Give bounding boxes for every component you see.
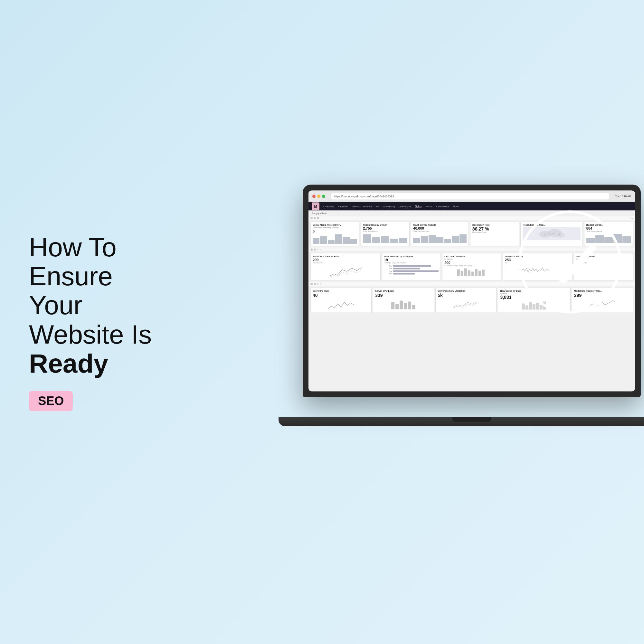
card-resolutions: Resolutions by Owner 2,755 Total Resolut… (361, 222, 410, 246)
ctrl-info: ⚙ ✕ (630, 217, 633, 219)
checkmark-overlay (518, 211, 621, 314)
browser-bar: https://modocorp.domo.com/page/104943839… (308, 191, 635, 202)
ctrl-close: ✕ (320, 248, 322, 251)
sio-svg (313, 299, 369, 310)
card-time-tracking: Time Tracking by Assignee 19 Average Day… (382, 253, 441, 281)
nav-alerts[interactable]: Alerts (352, 205, 359, 208)
cpu-chart (444, 268, 499, 278)
card-csat-title: CSAT Survey Results (413, 224, 467, 226)
left-section: How To Ensure Your Website Is Ready SEO (29, 233, 164, 411)
laptop-base (279, 417, 644, 426)
nav-marketing[interactable]: Marketing (384, 205, 395, 208)
sio-title: Server I/O Rate (313, 290, 369, 292)
smem-value: 5k (438, 293, 494, 298)
rbar-3 (381, 236, 389, 243)
laptop-outer: https://modocorp.domo.com/page/104943839… (303, 185, 641, 426)
svg-rect-23 (529, 302, 532, 310)
tt-hbars: Alex Sam Joe (384, 265, 439, 275)
svg-rect-11 (471, 272, 474, 276)
social-mini-bars (313, 234, 357, 244)
browser-url[interactable]: https://modocorp.domo.com/page/104943839… (331, 193, 609, 200)
nav-finance[interactable]: Finance (363, 205, 372, 208)
smem-title: Server Memory Utilization (438, 290, 494, 292)
hbar-lbl-1: Alex (384, 265, 392, 267)
browser-dots (312, 194, 325, 198)
svg-rect-16 (395, 304, 399, 309)
headline: How To Ensure Your Website Is Ready (29, 233, 164, 378)
dot-yellow[interactable] (317, 194, 320, 198)
bar-4 (335, 234, 342, 244)
nav-favorites[interactable]: Favorites (338, 205, 348, 208)
nav-operations[interactable]: Operations (399, 205, 411, 208)
nav-social[interactable]: Social (425, 205, 432, 208)
svg-rect-21 (522, 304, 525, 310)
ctrl-dot-b2 (314, 283, 316, 285)
sio-value: 40 (313, 293, 369, 298)
hbar-lbl-2: Sam (384, 268, 392, 270)
hbar-fill-4 (393, 273, 415, 274)
card-res-value: 2,755 (363, 227, 407, 230)
transfer-svg (313, 265, 378, 279)
nav-sales[interactable]: Sales (415, 205, 421, 208)
headline-line2: Your Website Is (29, 290, 152, 349)
svg-rect-15 (391, 302, 394, 309)
dot-green[interactable] (322, 194, 325, 198)
browser-time: Tue 10:18 AM (615, 195, 631, 198)
ctrl-gear: ⚙ (317, 248, 319, 251)
hbar-row-2: Sam (384, 268, 439, 270)
card-csat: CSAT Survey Results 40,000 Total Respond… (411, 222, 469, 246)
ctrl-dot-m1 (310, 248, 313, 251)
card-cpu-load: CPU Load Variance by Month 200 Current A… (442, 253, 501, 281)
nav-hr[interactable]: HR (376, 205, 380, 208)
card-social-media: Social Media Project by F... Time with o… (310, 222, 359, 246)
bar-6 (350, 239, 357, 244)
card-social-subtitle: Time with outstanding funding (313, 227, 357, 229)
card-rrate-meta: Resolution Rate (472, 231, 517, 233)
cb-7 (459, 234, 467, 243)
card-social-value: 6 (313, 230, 357, 233)
mct-meta: Total routes (313, 262, 378, 264)
rbar-2 (372, 237, 380, 243)
res-mini-bars (363, 233, 407, 243)
cb-1 (413, 238, 420, 243)
ctrl-dot-b1 (310, 283, 313, 285)
tt-value: 19 (384, 258, 439, 262)
svg-rect-17 (400, 301, 403, 309)
bar-2 (320, 236, 327, 244)
cb-2 (421, 236, 428, 243)
cpu-title: CPU Load Variance (444, 255, 499, 258)
dashboard-nav: M Overview Favorites Alerts Finance HR M… (308, 202, 635, 211)
hbar-lbl-4: Kim (384, 273, 392, 275)
cb-6 (452, 236, 459, 243)
sio-chart (313, 299, 369, 310)
card-social-title: Social Media Project by F... (313, 224, 357, 226)
seo-badge: SEO (29, 391, 73, 411)
cpu-meta: Current Average Wait Time (ms) (444, 265, 499, 267)
bar-5 (343, 237, 349, 244)
cb-4 (436, 237, 443, 243)
cpu-svg (444, 268, 499, 278)
hbar-lbl-3: Joe (384, 270, 392, 272)
nav-more[interactable]: More (453, 205, 459, 208)
laptop-section: https://modocorp.domo.com/page/104943839… (303, 185, 644, 449)
cpu-value: 200 (444, 261, 499, 265)
scpu-value: 339 (375, 293, 432, 298)
ctrl-gear-b: ⚙ (317, 283, 319, 285)
dot-red[interactable] (312, 194, 316, 198)
hbar-fill-1 (393, 265, 431, 267)
rbar-1 (363, 234, 371, 243)
nav-overview[interactable]: Overview (323, 205, 334, 208)
svg-rect-20 (412, 305, 415, 309)
card-csat-meta: Total Respondents (413, 230, 467, 232)
scpu-chart (375, 299, 432, 310)
svg-rect-10 (468, 270, 470, 276)
card-server-io: Server I/O Rate 40 (310, 288, 372, 313)
main-container: How To Ensure Your Website Is Ready SEO (0, 0, 644, 644)
headline-line1: How To Ensure (29, 232, 117, 291)
svg-rect-8 (461, 271, 463, 276)
svg-rect-25 (536, 303, 539, 310)
card-server-memory: Server Memory Utilization 5k (435, 288, 497, 313)
svg-rect-24 (533, 304, 535, 310)
nav-commerce[interactable]: Commerce (436, 205, 449, 208)
ctrl-dot-2 (314, 217, 316, 219)
